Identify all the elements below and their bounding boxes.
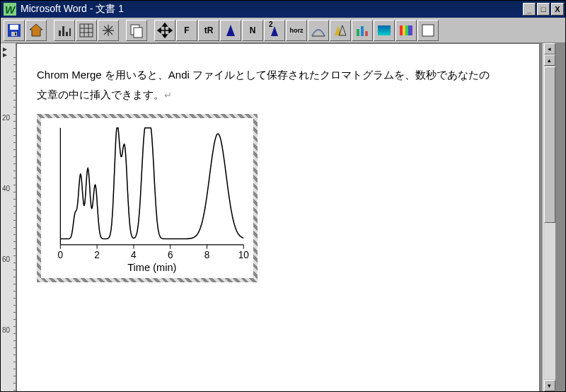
move-icon[interactable] [154,20,175,41]
svg-rect-39 [411,25,412,35]
grid-icon[interactable] [76,20,97,41]
svg-rect-36 [403,25,405,35]
minimize-button[interactable]: _ [523,3,536,16]
svg-marker-25 [169,28,172,33]
svg-text:0: 0 [58,250,64,260]
svg-rect-6 [62,26,64,36]
margin-marker-icon: ▸▸ [3,46,7,57]
svg-text:Time (min): Time (min) [127,262,176,273]
peak-icon[interactable] [220,20,241,41]
bold-icon[interactable]: F [176,20,197,41]
chromatogram-frame[interactable]: 0246810Time (min) [37,114,258,282]
ruler-tick: 20 [2,114,10,122]
scroll-thumb[interactable] [544,67,555,223]
scroll-up-icon[interactable]: ▴ [544,54,555,66]
burst-icon[interactable] [98,20,119,41]
window-title: Microsoft Word - 文書 1 [21,3,124,16]
svg-marker-26 [226,25,235,36]
vertical-ruler: ▸▸ 20406080 [1,43,16,391]
scroll-prev-icon[interactable]: ◂ [544,43,555,54]
body-line-2: 文章の中に挿入できます。 [37,88,164,100]
bar-graph-icon[interactable] [352,20,373,41]
svg-marker-24 [158,28,161,33]
svg-rect-9 [80,24,93,37]
svg-rect-34 [378,25,391,35]
svg-rect-31 [357,29,359,36]
noise-icon[interactable]: N [242,20,263,41]
chromatogram-plot: 0246810Time (min) [44,121,250,275]
svg-rect-8 [69,28,71,36]
svg-text:4: 4 [131,250,137,260]
workspace: ▸▸ 20406080 Chrom Merge を用いると、Andi ファイルと… [1,43,565,391]
ruler-tick: 60 [2,255,10,263]
ruler-tick: 40 [2,185,10,192]
curve-icon[interactable] [308,20,329,41]
svg-rect-7 [66,32,68,36]
svg-rect-1 [10,25,18,30]
svg-rect-33 [365,31,368,36]
ruler-tick: 80 [2,326,10,334]
svg-marker-22 [163,23,167,26]
svg-rect-35 [400,25,403,35]
body-text: Chrom Merge を用いると、Andi ファイルとして保存されたクロマトグ… [37,65,519,105]
document-area: Chrom Merge を用いると、Andi ファイルとして保存されたクロマトグ… [16,43,565,391]
scroll-track[interactable] [544,67,555,379]
bars-icon[interactable] [54,20,75,41]
svg-marker-4 [30,24,42,36]
svg-text:8: 8 [204,250,210,260]
close-button[interactable]: X [551,3,564,16]
svg-rect-5 [59,30,61,36]
word-logo-icon: W [4,3,16,16]
vertical-scrollbar[interactable]: ◂ ▴ ▾ [543,43,555,391]
copy-icon[interactable] [126,20,147,41]
paragraph-mark-icon: ↵ [164,90,172,100]
titlebar: W Microsoft Word - 文書 1 _ □ X [1,1,565,18]
svg-rect-40 [422,25,434,36]
body-line-1: Chrom Merge を用いると、Andi ファイルとして保存されたクロマトグ… [37,69,490,81]
tr-icon[interactable]: tR [198,20,219,41]
save-icon[interactable] [4,20,25,41]
toolbar: FtRN2horz [1,18,565,43]
svg-rect-32 [361,26,364,36]
svg-text:2: 2 [94,250,100,260]
peak2-icon[interactable]: 2 [264,20,285,41]
svg-marker-23 [163,35,167,38]
svg-rect-37 [405,25,408,35]
maximize-button[interactable]: □ [537,3,550,16]
svg-rect-38 [408,25,411,35]
svg-rect-3 [15,33,16,35]
home-icon[interactable] [25,20,47,41]
rainbow-icon[interactable] [395,20,417,41]
overlay-icon[interactable] [330,20,351,41]
svg-text:6: 6 [168,250,173,260]
blank-icon[interactable] [417,20,439,41]
svg-text:10: 10 [238,250,250,260]
scroll-down-icon[interactable]: ▾ [544,380,555,391]
gradient-icon[interactable] [374,20,395,41]
svg-rect-19 [134,28,142,38]
app-window: W Microsoft Word - 文書 1 _ □ X FtRN2horz … [0,0,566,392]
page[interactable]: Chrom Merge を用いると、Andi ファイルとして保存されたクロマトグ… [16,43,540,391]
horz-icon[interactable]: horz [286,20,307,41]
